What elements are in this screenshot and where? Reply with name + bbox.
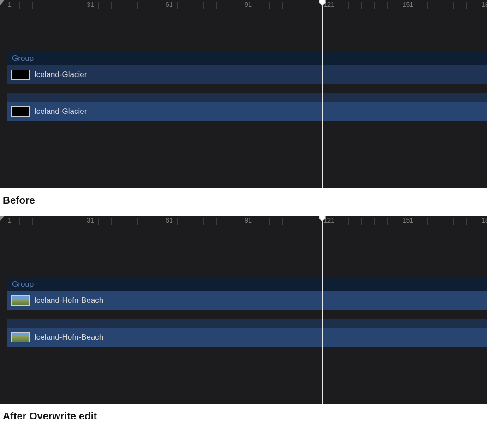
- group-header: Group: [7, 277, 487, 291]
- ruler-frame-number: 31: [87, 217, 94, 224]
- timeline-clip[interactable]: Iceland-Hofn-Beach: [7, 328, 487, 347]
- group-label: Group: [12, 280, 34, 289]
- clip-name: Iceland-Hofn-Beach: [34, 296, 103, 305]
- caption-after: After Overwrite edit: [0, 404, 487, 431]
- ruler-frame-number: 181: [481, 217, 487, 224]
- playhead[interactable]: [322, 0, 323, 188]
- clip-thumbnail: [11, 106, 30, 117]
- ruler-frame-number: 91: [245, 1, 252, 8]
- ruler-frame-number: 181: [481, 1, 487, 8]
- ruler-frame-number: 91: [245, 217, 252, 224]
- caption-before: Before: [0, 188, 487, 216]
- clip-name: Iceland-Glacier: [34, 70, 87, 79]
- timeline-clip[interactable]: Iceland-Hofn-Beach: [7, 291, 487, 310]
- clip-thumbnail: [11, 332, 30, 342]
- ruler-frame-number: 1: [8, 217, 12, 224]
- clip-name: Iceland-Glacier: [34, 107, 87, 116]
- timeline-gridline: [164, 227, 164, 404]
- timeline-gridline: [401, 227, 401, 404]
- clip-thumbnail: [11, 70, 30, 80]
- project-start-marker: [0, 0, 5, 6]
- timeline-before: 1316191121151181 Group Iceland-Glacier I…: [0, 0, 487, 188]
- timeline-gridline: [243, 227, 244, 404]
- timeline-clip[interactable]: Iceland-Glacier: [7, 102, 487, 121]
- ruler-frame-number: 151: [403, 217, 413, 224]
- group-header: Group: [7, 52, 487, 65]
- ruler-frame-number: 1: [8, 1, 12, 8]
- ruler-frame-number: 61: [166, 1, 173, 8]
- timeline-gridline: [480, 227, 480, 404]
- timeline-clip[interactable]: Iceland-Glacier: [7, 65, 487, 84]
- clip-thumbnail: [11, 295, 30, 306]
- track-band: [7, 93, 487, 102]
- timeline-gridline: [85, 227, 85, 404]
- timeline-after: 1316191121151181 Group Iceland-Hofn-Beac…: [0, 216, 487, 404]
- timeline-gridline: [6, 11, 6, 188]
- project-start-marker: [0, 216, 5, 221]
- timeline-ruler[interactable]: 1316191121151181: [0, 216, 487, 227]
- timeline-ruler[interactable]: 1316191121151181: [0, 0, 487, 11]
- ruler-frame-number: 61: [166, 217, 173, 224]
- clip-name: Iceland-Hofn-Beach: [34, 333, 103, 342]
- track-band: [7, 319, 487, 328]
- timeline-gridline: [6, 227, 6, 404]
- ruler-frame-number: 31: [87, 1, 94, 8]
- playhead[interactable]: [322, 216, 323, 404]
- group-label: Group: [12, 54, 34, 63]
- ruler-frame-number: 151: [403, 1, 413, 8]
